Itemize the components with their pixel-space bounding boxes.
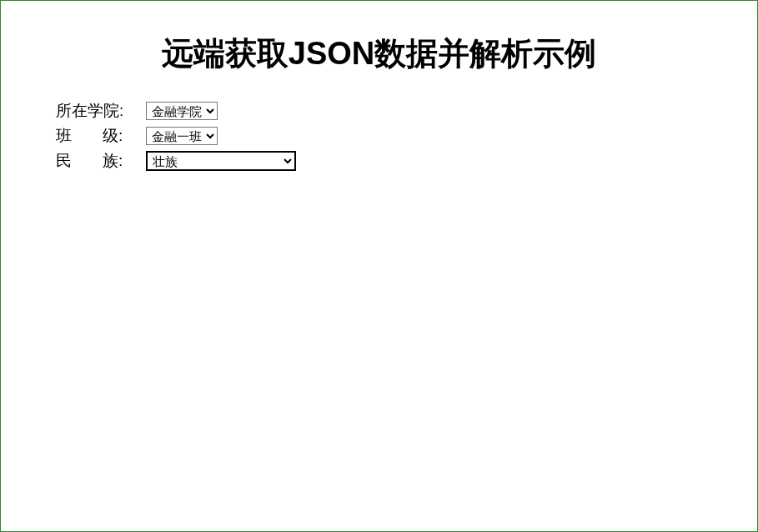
page-title: 远端获取JSON数据并解析示例 xyxy=(1,1,757,98)
select-college[interactable]: 金融学院 xyxy=(146,102,218,120)
row-class: 班 级: 金融一班 xyxy=(56,123,757,148)
row-college: 所在学院: 金融学院 xyxy=(56,98,757,123)
label-class: 班 级: xyxy=(56,125,146,147)
row-ethnicity: 民 族: 壮族 xyxy=(56,148,757,173)
form-area: 所在学院: 金融学院 班 级: 金融一班 民 族: 壮族 xyxy=(1,98,757,173)
label-college: 所在学院: xyxy=(56,100,146,122)
page-frame: 远端获取JSON数据并解析示例 所在学院: 金融学院 班 级: 金融一班 民 族… xyxy=(0,0,758,532)
select-ethnicity[interactable]: 壮族 xyxy=(146,151,296,171)
select-class[interactable]: 金融一班 xyxy=(146,127,218,145)
label-ethnicity: 民 族: xyxy=(56,150,146,172)
